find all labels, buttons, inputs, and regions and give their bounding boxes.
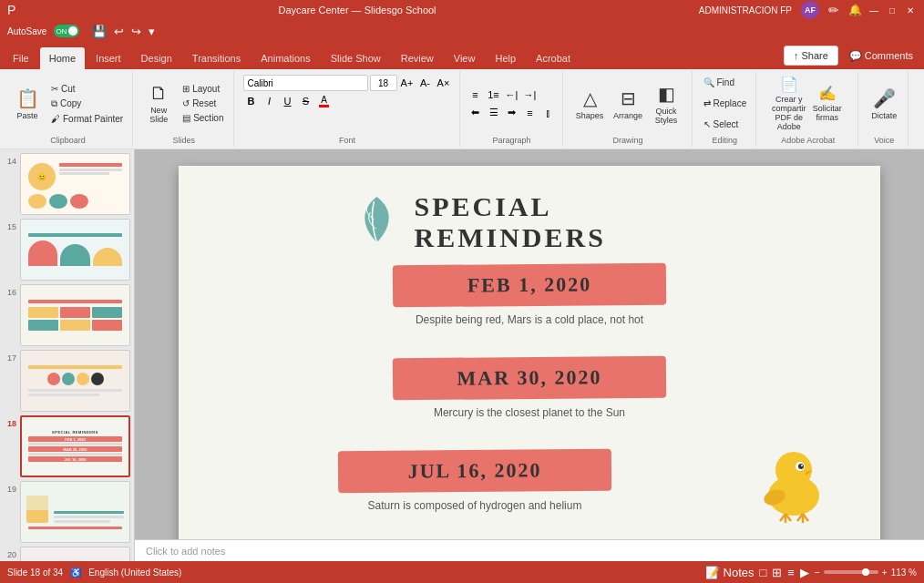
undo-button[interactable]: ↩ (112, 25, 126, 38)
slides-label: Slides (173, 134, 196, 145)
tab-animations[interactable]: Animations (252, 47, 319, 69)
tab-review[interactable]: Review (392, 47, 443, 69)
slide-preview-14: 😊 (20, 153, 130, 215)
section-button[interactable]: ▤ Section (179, 111, 227, 125)
maximize-button[interactable]: □ (886, 4, 898, 16)
comments-button[interactable]: 💬 Comments (842, 46, 920, 66)
font-size-input[interactable] (370, 75, 397, 91)
slide-thumb-18[interactable]: 18 SPECIAL REMINDERS FEB 1, 2020 MAR 30,… (4, 415, 130, 477)
slide-thumb-15[interactable]: 15 (4, 219, 130, 281)
tab-design[interactable]: Design (132, 47, 181, 69)
strikethrough-button[interactable]: S (298, 93, 314, 109)
arrange-button[interactable]: ⊟ Arrange (610, 80, 646, 128)
tab-file[interactable]: File (4, 47, 38, 69)
save-button[interactable]: 💾 (90, 25, 108, 38)
new-slide-button[interactable]: 🗋 New Slide (140, 80, 177, 128)
font-row-1: A+ A- A× (243, 75, 452, 91)
status-left: Slide 18 of 34 ♿ English (United States) (7, 568, 181, 578)
quick-styles-button[interactable]: ◧ Quick Styles (648, 80, 684, 128)
tab-view[interactable]: View (445, 47, 485, 69)
dictate-button[interactable]: 🎤 Dictate (866, 80, 902, 128)
slides-col: ⊞ Layout ↺ Reset ▤ Section (179, 82, 227, 125)
numbering-button[interactable]: 1≡ (486, 87, 502, 103)
pen-icon[interactable]: ✏ (828, 3, 839, 17)
cut-button[interactable]: ✂ Cut (47, 82, 127, 96)
slide-sorter-button[interactable]: ⊞ (772, 566, 782, 579)
cut-icon: ✂ (51, 84, 58, 94)
notifications-icon[interactable]: 🔔 (848, 4, 862, 16)
redo-button[interactable]: ↪ (129, 25, 143, 38)
close-button[interactable]: ✕ (904, 4, 917, 16)
shapes-button[interactable]: △ Shapes (571, 80, 608, 128)
decrease-font-button[interactable]: A- (417, 75, 434, 91)
normal-view-button[interactable]: □ (760, 566, 767, 579)
tab-insert[interactable]: Insert (87, 47, 130, 69)
zoom-in-button[interactable]: + (882, 568, 888, 578)
reminder-1: FEB 1, 2020 Despite being red, Mars is a… (375, 264, 684, 326)
indent-more-button[interactable]: →| (522, 87, 539, 103)
find-button[interactable]: 🔍 Find (700, 76, 751, 89)
zoom-out-button[interactable]: − (815, 568, 820, 578)
tab-acrobat[interactable]: Acrobat (527, 47, 580, 69)
reset-button[interactable]: ↺ Reset (179, 97, 227, 110)
para-row-1: ≡ 1≡ ←| →| (467, 87, 557, 103)
voice-inner: 🎤 Dictate (866, 73, 902, 134)
request-sign-button[interactable]: ✍ Solicitar firmas (809, 80, 846, 128)
increase-font-button[interactable]: A+ (399, 75, 416, 91)
slide-thumb-16[interactable]: 16 (4, 284, 130, 346)
zoom-slider[interactable] (824, 570, 878, 574)
tab-transitions[interactable]: Transitions (183, 47, 250, 69)
notes-view-button[interactable]: 📝 Notes (705, 566, 755, 579)
zoom-level: 113 % (891, 568, 917, 578)
select-icon: ↖ (703, 119, 711, 129)
italic-button[interactable]: I (262, 93, 278, 109)
align-center-button[interactable]: ☰ (486, 105, 502, 121)
create-pdf-button[interactable]: 📄 Crear y compartir PDF de Adobe (771, 73, 807, 134)
clear-format-button[interactable]: A× (436, 75, 452, 91)
select-button[interactable]: ↖ Select (700, 118, 751, 131)
indent-less-button[interactable]: ←| (504, 87, 520, 103)
layout-button[interactable]: ⊞ Layout (179, 82, 227, 96)
minimize-button[interactable]: — (868, 4, 880, 16)
align-right-button[interactable]: ➡ (504, 105, 520, 121)
ribbon-content: 📋 Paste ✂ Cut ⧉ Copy 🖌 Format Painter (0, 69, 924, 148)
ribbon-share-area: ↑ Share 💬 Comments (784, 46, 920, 69)
admin-avatar: AF (801, 1, 819, 19)
group-font: A+ A- A× B I U S A Font (236, 71, 460, 147)
font-name-input[interactable] (243, 75, 368, 91)
notes-text: Click to add notes (146, 546, 225, 557)
layout-icon: ⊞ (182, 84, 190, 94)
status-right: 📝 Notes □ ⊞ ≡ ▶ − + 113 % (705, 566, 917, 579)
autosave-toggle[interactable]: ON (54, 25, 79, 37)
font-color-button[interactable]: A (316, 93, 333, 109)
tab-help[interactable]: Help (486, 47, 525, 69)
align-left-button[interactable]: ⬅ (467, 105, 484, 121)
tab-home[interactable]: Home (40, 47, 85, 69)
underline-button[interactable]: U (280, 93, 296, 109)
tab-slideshow[interactable]: Slide Show (322, 47, 390, 69)
sign-icon: ✍ (818, 85, 837, 102)
slideshow-button[interactable]: ▶ (800, 566, 809, 579)
share-button[interactable]: ↑ Share (784, 46, 838, 66)
chick-illustration (753, 432, 835, 523)
zoom-bar: − + 113 % (815, 568, 917, 578)
main-area: 14 😊 (0, 149, 924, 576)
ribbon: File Home Insert Design Transitions Anim… (0, 42, 924, 149)
notes-bar[interactable]: Click to add notes (135, 539, 924, 561)
slide-thumb-17[interactable]: 17 (4, 350, 130, 412)
slide-thumb-14[interactable]: 14 😊 (4, 153, 130, 215)
slide-canvas[interactable]: SPECIAL REMINDERS FEB 1, 2020 Despite be… (179, 166, 880, 559)
bold-button[interactable]: B (243, 93, 260, 109)
slide-thumb-19[interactable]: 19 (4, 481, 130, 543)
replace-button[interactable]: ⇄ Replace (700, 97, 751, 110)
title-bar-left: P (7, 3, 15, 17)
columns-button[interactable]: ⫿ (540, 105, 557, 121)
reading-view-button[interactable]: ≡ (787, 566, 795, 579)
bullets-button[interactable]: ≡ (467, 87, 484, 103)
justify-button[interactable]: ≡ (522, 105, 539, 121)
more-button[interactable]: ▾ (147, 25, 157, 38)
title-bar-right: ADMINISTRACION FP AF ✏ 🔔 — □ ✕ (699, 1, 917, 19)
copy-button[interactable]: ⧉ Copy (47, 97, 127, 111)
format-painter-button[interactable]: 🖌 Format Painter (47, 112, 127, 126)
paste-button[interactable]: 📋 Paste (9, 80, 46, 128)
